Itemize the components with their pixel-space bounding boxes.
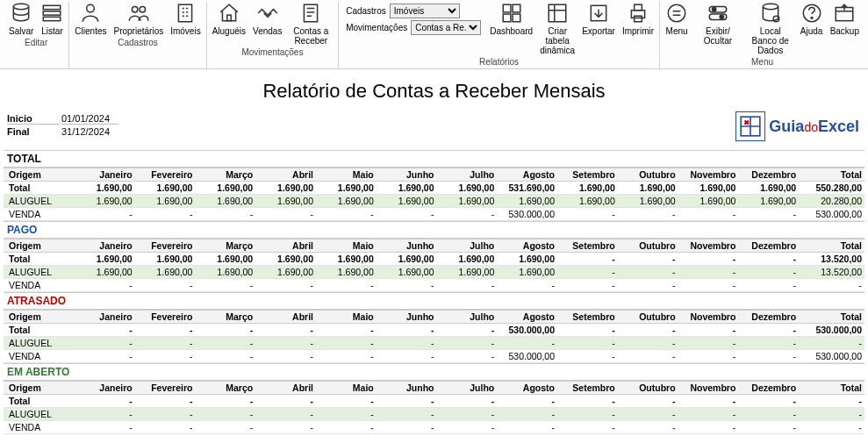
filter-select-movimentações[interactable]: Contas a Re...	[411, 20, 481, 35]
cell: -	[738, 279, 799, 292]
svg-rect-1	[44, 5, 61, 9]
exportar-button[interactable]: Exportar	[582, 2, 615, 36]
cell: 1.690,00	[497, 266, 557, 279]
table-row: VENDA-------530.000,00----530.000,00	[4, 208, 864, 221]
filter-select-cadastros[interactable]: Imóveis	[390, 4, 460, 18]
ribbon-group-cadastros: ClientesProprietáriosImóveisCadastros	[69, 2, 206, 68]
svg-point-5	[132, 6, 138, 12]
ribbon-group-movimentações: AluguéisVendasContas a ReceberMovimentaç…	[207, 2, 340, 68]
col-header: Outubro	[618, 311, 678, 324]
cell: -	[437, 395, 498, 408]
ribbon-group-label: Relatórios	[479, 57, 519, 67]
criar-tabela-label: Criar tabela dinâmica	[540, 26, 575, 55]
logo-do: do	[804, 120, 818, 134]
col-header: Março	[195, 382, 255, 395]
logo-excel: Excel	[818, 118, 859, 135]
col-header: Outubro	[618, 239, 678, 253]
cell: -	[195, 408, 255, 421]
exibir-button[interactable]: Exibir/ Ocultar	[695, 2, 741, 46]
alugueis-button[interactable]: Aluguéis	[212, 2, 246, 36]
cell: 1.690,00	[75, 253, 135, 266]
contas-receber-button[interactable]: Contas a Receber	[289, 2, 333, 46]
section-table-pago: OrigemJaneiroFevereiroMarçoAbrilMaioJunh…	[4, 239, 864, 292]
table-row: ALUGUEL-------------	[4, 337, 864, 350]
proprietarios-button[interactable]: Proprietários	[114, 2, 164, 36]
col-header: Agosto	[497, 311, 557, 324]
ribbon-group-label: Cadastros	[118, 38, 158, 47]
imprimir-button[interactable]: Imprimir	[622, 2, 654, 36]
menu-button[interactable]: Menu	[665, 2, 688, 36]
filter-label: Movimentações	[346, 23, 407, 32]
cell: -	[195, 350, 255, 363]
col-header: Setembro	[557, 239, 618, 253]
cell: -	[255, 208, 316, 221]
listar-button[interactable]: Listar	[40, 2, 63, 36]
row-label: ALUGUEL	[4, 266, 75, 279]
cell: 530.000,00	[497, 208, 557, 221]
proprietarios-label: Proprietários	[114, 26, 164, 36]
cell: -	[437, 337, 498, 350]
cell: -	[75, 337, 135, 350]
col-header: Março	[195, 311, 255, 324]
criar-tabela-button[interactable]: Criar tabela dinâmica	[540, 2, 575, 55]
cell: -	[75, 279, 135, 292]
col-header: Agosto	[497, 239, 557, 253]
col-header: Junho	[377, 382, 437, 395]
cell: 1.690,00	[738, 182, 799, 195]
cell: -	[437, 324, 498, 337]
col-header: Fevereiro	[135, 311, 196, 324]
cell: 1.690,00	[255, 253, 316, 266]
cell: -	[557, 253, 618, 266]
row-label: ALUGUEL	[4, 195, 75, 208]
cell: 1.690,00	[377, 253, 437, 266]
cell: 1.690,00	[135, 182, 196, 195]
svg-rect-10	[503, 4, 511, 12]
col-header: Total	[799, 311, 864, 324]
col-header: Julho	[437, 311, 498, 324]
cell: 1.690,00	[437, 195, 498, 208]
section-header-total: TOTAL	[4, 150, 864, 168]
salvar-button[interactable]: Salvar	[9, 2, 33, 36]
cell: -	[678, 208, 739, 221]
cell: 550.280,00	[799, 182, 864, 195]
cell: -	[135, 408, 196, 421]
col-header: Março	[195, 239, 255, 253]
cell: 1.690,00	[377, 182, 437, 195]
col-header: Fevereiro	[135, 168, 196, 182]
imoveis-button[interactable]: Imóveis	[170, 2, 200, 36]
local-bd-button[interactable]: Local Banco de Dados	[748, 2, 793, 55]
cell: -	[678, 266, 739, 279]
clientes-button[interactable]: Clientes	[75, 2, 106, 36]
cell: 1.690,00	[678, 195, 739, 208]
cell: 1.690,00	[738, 195, 799, 208]
cell: 1.690,00	[497, 253, 557, 266]
svg-point-19	[668, 4, 685, 22]
backup-button[interactable]: Backup	[830, 2, 859, 36]
inicio-value: 01/01/2024	[61, 113, 118, 125]
cell: 1.690,00	[195, 195, 255, 208]
svg-point-23	[720, 15, 723, 18]
cell: -	[377, 395, 437, 408]
cell: -	[195, 324, 255, 337]
table-row: Total1.690,001.690,001.690,001.690,001.6…	[4, 182, 864, 195]
dashboard-button[interactable]: Dashboard	[490, 2, 533, 36]
vendas-button[interactable]: Vendas	[253, 2, 282, 36]
cell: 1.690,00	[618, 182, 678, 195]
col-header: Setembro	[557, 382, 618, 395]
ajuda-button[interactable]: Ajuda	[800, 2, 823, 36]
cell: 1.690,00	[377, 195, 437, 208]
row-label: ALUGUEL	[4, 408, 75, 421]
cell: -	[557, 350, 618, 363]
col-header: Dezembro	[738, 382, 799, 395]
col-header: Maio	[316, 168, 377, 182]
report-sheet: TOTALOrigemJaneiroFevereiroMarçoAbrilMai…	[4, 150, 864, 434]
cell: 1.690,00	[316, 182, 377, 195]
col-header: Julho	[437, 168, 498, 182]
ribbon-group-label: Menu	[751, 57, 773, 67]
cell: -	[135, 337, 196, 350]
table-row: ALUGUEL1.690,001.690,001.690,001.690,001…	[4, 266, 864, 279]
cell: -	[557, 324, 618, 337]
cell: 1.690,00	[255, 182, 316, 195]
cell: -	[255, 350, 316, 363]
cell: -	[678, 253, 739, 266]
